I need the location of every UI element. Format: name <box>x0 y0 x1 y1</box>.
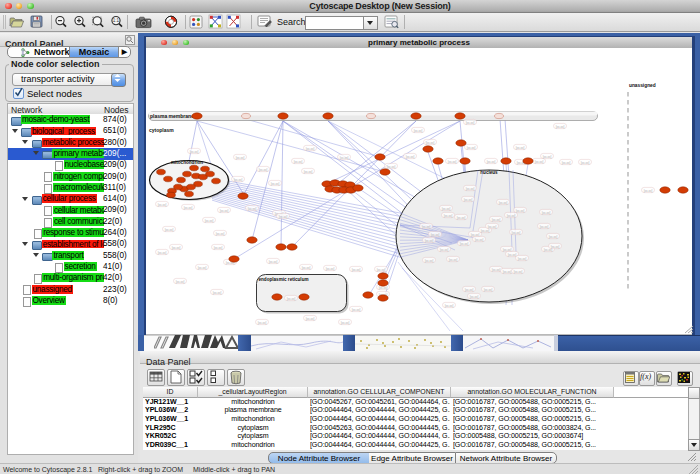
svg-text:[xx-xx]: [xx-xx] <box>445 304 454 308</box>
svg-text:[xx-xx]: [xx-xx] <box>414 129 423 133</box>
svg-text:[xx-xx]: [xx-xx] <box>248 207 257 211</box>
svg-text:[xx-xx]: [xx-xx] <box>488 225 497 229</box>
svg-text:mitochondrion: mitochondrion <box>171 160 203 165</box>
svg-text:[xx-xx]: [xx-xx] <box>551 245 560 249</box>
svg-text:[xx-xx]: [xx-xx] <box>377 268 386 272</box>
svg-text:[xx-xx]: [xx-xx] <box>340 156 349 160</box>
svg-text:[xx-xx]: [xx-xx] <box>425 259 434 263</box>
svg-text:[xx-xx]: [xx-xx] <box>426 141 435 145</box>
svg-text:[xx-xx]: [xx-xx] <box>507 214 516 218</box>
svg-text:[xx-xx]: [xx-xx] <box>259 168 268 172</box>
svg-text:[xx-xx]: [xx-xx] <box>464 198 473 202</box>
svg-text:[xx-xx]: [xx-xx] <box>448 160 457 164</box>
svg-text:[xx-xx]: [xx-xx] <box>205 219 214 223</box>
svg-text:[xx-xx]: [xx-xx] <box>158 203 167 207</box>
svg-text:[xx-xx]: [xx-xx] <box>271 182 280 186</box>
svg-text:[xx-xx]: [xx-xx] <box>165 228 174 232</box>
svg-text:[xx-xx]: [xx-xx] <box>220 209 229 213</box>
svg-text:[xx-xx]: [xx-xx] <box>492 218 501 222</box>
svg-text:[xx-xx]: [xx-xx] <box>269 260 278 264</box>
svg-text:[xx-xx]: [xx-xx] <box>581 161 590 165</box>
svg-text:[xx-xx]: [xx-xx] <box>440 248 449 252</box>
svg-text:[xx-xx]: [xx-xx] <box>236 156 245 160</box>
svg-text:[xx-xx]: [xx-xx] <box>542 211 551 215</box>
svg-text:[xx-xx]: [xx-xx] <box>216 232 225 236</box>
svg-text:[xx-xx]: [xx-xx] <box>484 288 493 292</box>
svg-text:[xx-xx]: [xx-xx] <box>184 206 193 210</box>
svg-text:[xx-xx]: [xx-xx] <box>516 146 525 150</box>
svg-text:[xx-xx]: [xx-xx] <box>279 215 288 219</box>
svg-text:[xx-xx]: [xx-xx] <box>503 248 512 252</box>
svg-text:[xx-xx]: [xx-xx] <box>341 321 350 325</box>
svg-text:[xx-xx]: [xx-xx] <box>644 189 653 193</box>
svg-text:endoplasmic reticulum: endoplasmic reticulum <box>259 277 309 282</box>
svg-text:[xx-xx]: [xx-xx] <box>306 317 315 321</box>
svg-text:unassigned: unassigned <box>629 83 656 88</box>
svg-text:plasma membrane: plasma membrane <box>150 113 194 119</box>
svg-text:[xx-xx]: [xx-xx] <box>516 209 525 213</box>
svg-text:[xx-xx]: [xx-xx] <box>172 246 181 250</box>
svg-text:[xx-xx]: [xx-xx] <box>466 187 475 191</box>
svg-text:[xx-xx]: [xx-xx] <box>387 165 396 169</box>
svg-text:[xx-xx]: [xx-xx] <box>158 251 167 255</box>
svg-text:[xx-xx]: [xx-xx] <box>214 246 223 250</box>
svg-text:[xx-xx]: [xx-xx] <box>499 201 508 205</box>
svg-text:[xx-xx]: [xx-xx] <box>460 242 469 246</box>
svg-text:[xx-xx]: [xx-xx] <box>481 229 490 233</box>
svg-text:[xx-xx]: [xx-xx] <box>176 280 185 284</box>
svg-text:[xx-xx]: [xx-xx] <box>422 225 431 229</box>
svg-text:[xx-xx]: [xx-xx] <box>306 147 315 151</box>
svg-text:[xx-xx]: [xx-xx] <box>457 216 466 220</box>
svg-text:[xx-xx]: [xx-xx] <box>535 160 544 164</box>
svg-text:[xx-xx]: [xx-xx] <box>562 161 571 165</box>
svg-text:[xx-xx]: [xx-xx] <box>466 121 475 125</box>
svg-text:[xx-xx]: [xx-xx] <box>444 214 453 218</box>
svg-text:[xx-xx]: [xx-xx] <box>352 268 361 272</box>
svg-text:1:1: 1:1 <box>113 18 120 23</box>
svg-text:[xx-xx]: [xx-xx] <box>556 125 565 129</box>
svg-text:[xx-xx]: [xx-xx] <box>549 235 558 239</box>
svg-text:[xx-xx]: [xx-xx] <box>213 291 222 295</box>
svg-text:[xx-xx]: [xx-xx] <box>471 233 480 237</box>
svg-text:[xx-xx]: [xx-xx] <box>487 160 496 164</box>
svg-text:[xx-xx]: [xx-xx] <box>258 321 267 325</box>
svg-text:cytoplasm: cytoplasm <box>149 127 174 133</box>
svg-text:[xx-xx]: [xx-xx] <box>294 160 303 164</box>
svg-text:[xx-xx]: [xx-xx] <box>304 170 313 174</box>
svg-text:[xx-xx]: [xx-xx] <box>467 146 476 150</box>
svg-text:[xx-xx]: [xx-xx] <box>512 231 521 235</box>
svg-text:[xx-xx]: [xx-xx] <box>470 295 479 299</box>
svg-text:[xx-xx]: [xx-xx] <box>287 297 296 301</box>
svg-text:[xx-xx]: [xx-xx] <box>352 308 361 312</box>
svg-text:[xx-xx]: [xx-xx] <box>492 268 501 272</box>
svg-text:[xx-xx]: [xx-xx] <box>431 233 440 237</box>
svg-text:[xx-xx]: [xx-xx] <box>540 225 549 229</box>
svg-text:[xx-xx]: [xx-xx] <box>326 267 335 271</box>
svg-text:[xx-xx]: [xx-xx] <box>503 270 512 274</box>
svg-text:[xx-xx]: [xx-xx] <box>302 266 311 270</box>
svg-text:[xx-xx]: [xx-xx] <box>425 239 434 243</box>
svg-text:[xx-xx]: [xx-xx] <box>508 253 517 257</box>
svg-text:[xx-xx]: [xx-xx] <box>234 178 243 182</box>
svg-text:[xx-xx]: [xx-xx] <box>543 155 552 159</box>
svg-text:[xx-xx]: [xx-xx] <box>190 150 199 154</box>
svg-text:[xx-xx]: [xx-xx] <box>442 207 451 211</box>
svg-text:[xx-xx]: [xx-xx] <box>518 257 527 261</box>
svg-text:[xx-xx]: [xx-xx] <box>465 288 474 292</box>
svg-text:[xx-xx]: [xx-xx] <box>475 238 484 242</box>
svg-text:[xx-xx]: [xx-xx] <box>449 258 458 262</box>
svg-text:[xx-xx]: [xx-xx] <box>406 155 415 159</box>
svg-text:[xx-xx]: [xx-xx] <box>514 270 523 274</box>
svg-text:[xx-xx]: [xx-xx] <box>198 266 207 270</box>
